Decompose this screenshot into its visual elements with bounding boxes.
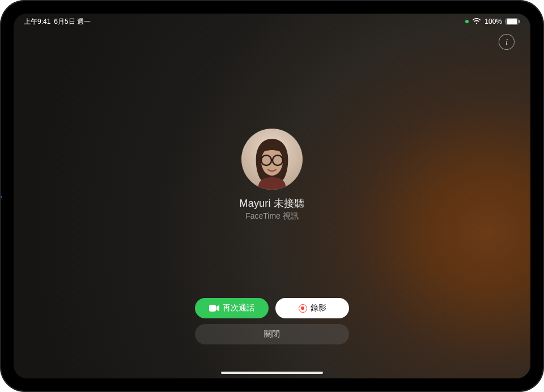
status-bar: 上午9:41 6月5日 週一 100% xyxy=(14,16,530,27)
action-buttons: 再次通話 錄影 關閉 xyxy=(14,298,530,344)
battery-percent: 100% xyxy=(484,18,502,25)
primary-button-row: 再次通話 錄影 xyxy=(195,298,349,318)
camera-indicator-dot xyxy=(1,196,2,198)
video-icon xyxy=(209,305,219,312)
info-button[interactable]: i xyxy=(499,34,515,50)
contact-avatar xyxy=(241,129,303,190)
svg-rect-2 xyxy=(519,20,520,23)
battery-icon xyxy=(505,18,520,25)
home-indicator[interactable] xyxy=(221,372,323,374)
call-again-label: 再次通話 xyxy=(223,303,254,313)
camera-in-use-icon xyxy=(465,20,469,23)
svg-rect-8 xyxy=(209,305,216,312)
status-time: 上午9:41 xyxy=(24,17,50,27)
call-summary: Mayuri 未接聽 FaceTime 視訊 xyxy=(14,129,530,221)
call-again-button[interactable]: 再次通話 xyxy=(195,298,269,318)
call-type-subtitle: FaceTime 視訊 xyxy=(245,211,299,221)
status-date: 6月5日 週一 xyxy=(54,17,91,27)
info-icon: i xyxy=(505,37,508,47)
status-left: 上午9:41 6月5日 週一 xyxy=(24,17,91,27)
ipad-frame: 上午9:41 6月5日 週一 100% i xyxy=(0,0,544,392)
close-label: 關閉 xyxy=(264,329,280,339)
svg-rect-1 xyxy=(507,19,517,24)
call-status-title: Mayuri 未接聽 xyxy=(239,197,304,210)
status-right: 100% xyxy=(465,18,520,25)
record-button[interactable]: 錄影 xyxy=(275,298,349,318)
record-icon xyxy=(299,304,307,313)
screen: 上午9:41 6月5日 週一 100% i xyxy=(14,14,530,378)
wifi-icon xyxy=(472,18,481,25)
close-button[interactable]: 關閉 xyxy=(195,324,349,344)
record-label: 錄影 xyxy=(311,303,326,313)
